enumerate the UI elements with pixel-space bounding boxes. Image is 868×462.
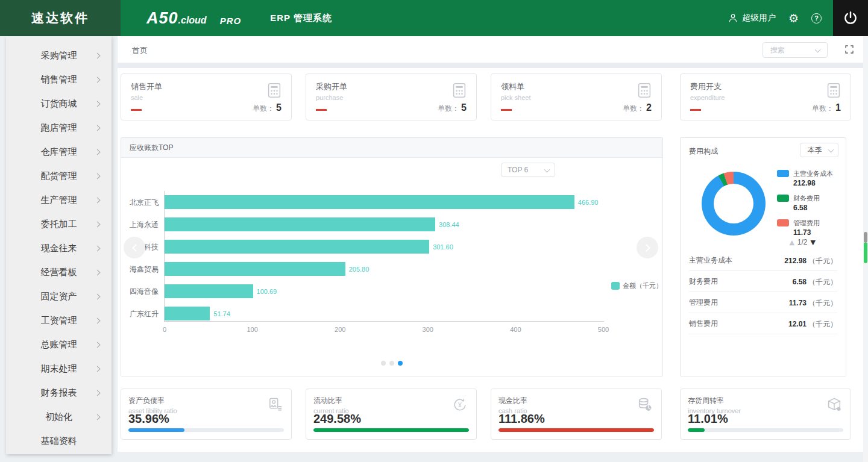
x-tick-label: 500 bbox=[598, 326, 609, 333]
period-select[interactable]: 本季 bbox=[800, 143, 838, 157]
expense-row: 管理费用 11.73（千元） bbox=[689, 292, 837, 313]
legend-value: 6.58 bbox=[793, 204, 820, 212]
bar-value-label: 301.60 bbox=[433, 243, 453, 251]
legend-swatch bbox=[611, 282, 620, 290]
sidebar-item[interactable]: 采购管理 bbox=[6, 43, 112, 67]
stat-card-pick-sheet[interactable]: 领料单 pick sheet 单数：2 bbox=[491, 73, 662, 120]
search-select[interactable]: 搜索 bbox=[763, 42, 828, 58]
breadcrumb-home[interactable]: 首页 bbox=[132, 45, 148, 56]
carousel-next-button[interactable] bbox=[637, 237, 658, 258]
scrollbar-thumb[interactable] bbox=[864, 232, 867, 243]
progress-fill bbox=[688, 428, 705, 432]
sidebar-item[interactable]: 基础资料 bbox=[6, 429, 112, 453]
chevron-right-icon bbox=[95, 76, 101, 83]
stat-count: 单数：5 bbox=[253, 102, 281, 114]
stat-title: 采购开单 bbox=[316, 81, 467, 92]
sidebar-item[interactable]: 固定资产 bbox=[6, 284, 112, 308]
sidebar-item[interactable]: 财务报表 bbox=[6, 381, 112, 405]
chevron-right-icon bbox=[95, 173, 101, 179]
sidebar-item[interactable]: 初始化 bbox=[6, 405, 112, 429]
sidebar-item[interactable]: 配货管理 bbox=[6, 164, 112, 188]
fullscreen-button[interactable] bbox=[844, 44, 855, 55]
sidebar-item-label: 经营看板 bbox=[41, 267, 77, 278]
ratio-title: 流动比率 bbox=[313, 396, 469, 406]
user-menu[interactable]: 超级用户 bbox=[728, 13, 776, 23]
legend-swatch bbox=[777, 219, 789, 226]
x-tick-label: 400 bbox=[510, 326, 521, 333]
stat-subtitle: expenditure bbox=[690, 94, 841, 101]
sidebar-item-label: 现金往来 bbox=[41, 243, 77, 254]
sidebar-item-label: 工资管理 bbox=[41, 315, 77, 326]
expense-rows: 主营业务成本 212.98（千元） 财务费用 6.58（千元） 管理费用 11.… bbox=[689, 250, 837, 334]
bar[interactable] bbox=[165, 284, 253, 298]
bar[interactable] bbox=[165, 195, 574, 209]
chart-legend[interactable]: 金额（千元） bbox=[611, 281, 662, 290]
legend-label: 管理费用 bbox=[793, 219, 820, 228]
bar[interactable] bbox=[165, 307, 210, 320]
brand-logo: 速达软件 bbox=[0, 0, 121, 36]
sidebar-item[interactable]: 工资管理 bbox=[6, 308, 112, 332]
donut-legend-item[interactable]: 管理费用 11.73 bbox=[777, 219, 833, 237]
legend-swatch bbox=[777, 195, 789, 202]
bar[interactable] bbox=[165, 240, 429, 254]
sidebar-item[interactable]: 经营看板 bbox=[6, 260, 112, 284]
chevron-right-icon bbox=[95, 293, 101, 299]
carousel-dot[interactable] bbox=[398, 361, 403, 366]
sidebar-item[interactable]: 销售管理 bbox=[6, 67, 112, 92]
sidebar-item[interactable]: 仓库管理 bbox=[6, 140, 112, 164]
stat-card-expenditure[interactable]: 费用开支 expenditure 单数：1 bbox=[680, 73, 851, 120]
bar-value-label: 308.44 bbox=[439, 221, 459, 228]
bar-category-label: 四海音像 bbox=[116, 286, 159, 296]
coins-icon bbox=[637, 396, 653, 413]
bar-chart: 北京正飞 466.90 上海永通 308.44 洪海科技 301.60 海鑫贸易… bbox=[165, 191, 603, 325]
stat-accent-dash bbox=[690, 109, 701, 111]
carousel-dot[interactable] bbox=[381, 361, 386, 366]
user-icon bbox=[728, 13, 738, 23]
donut-legend-item[interactable]: 财务费用 6.58 bbox=[777, 194, 833, 212]
period-value: 本季 bbox=[808, 146, 822, 154]
stat-count: 单数：5 bbox=[438, 102, 467, 114]
stat-count: 单数：1 bbox=[812, 102, 841, 114]
stat-card-sales[interactable]: 销售开单 sale 单数：5 bbox=[121, 73, 292, 120]
legend-label: 金额（千元） bbox=[623, 281, 662, 290]
top-n-value: TOP 6 bbox=[508, 166, 528, 174]
ratio-card-cash-ratio[interactable]: 现金比率 cash ratio 111.86% bbox=[491, 389, 662, 440]
ratio-value: 35.96% bbox=[128, 412, 169, 426]
top-n-select[interactable]: TOP 6 bbox=[501, 163, 555, 177]
help-icon[interactable]: ? bbox=[811, 13, 822, 23]
ratio-card-asset-liability[interactable]: 资产负债率 asset libility ratio 35.96% bbox=[121, 389, 292, 440]
progress-fill bbox=[498, 428, 654, 432]
logout-power-button[interactable] bbox=[833, 0, 868, 36]
sidebar-item[interactable]: 期末处理 bbox=[6, 357, 112, 381]
ratio-value: 11.01% bbox=[688, 412, 728, 426]
progress-track bbox=[498, 428, 654, 432]
sidebar-item[interactable]: 跑店管理 bbox=[6, 116, 112, 140]
chevron-right-icon bbox=[95, 149, 101, 155]
pager-up-icon[interactable]: ▲ bbox=[789, 239, 794, 246]
ratio-card-current-ratio[interactable]: 流动比率 current ratio ¥ 249.58% bbox=[306, 389, 477, 440]
sidebar-item[interactable]: 生产管理 bbox=[6, 188, 112, 212]
bar-category-label: 广东红升 bbox=[116, 308, 159, 319]
x-axis bbox=[164, 321, 604, 322]
settings-gear-icon[interactable]: ⚙ bbox=[788, 13, 799, 24]
app-root: 速达软件 A50 .cloud PRO ERP 管理系统 超级用户 ⚙ ? 采购… bbox=[0, 0, 868, 462]
carousel-prev-button[interactable] bbox=[124, 237, 145, 258]
pager-down-icon[interactable]: ▼ bbox=[811, 239, 816, 246]
main-content: 首页 搜索 销售开单 sale 单数：5 bbox=[118, 36, 863, 452]
ratio-card-inventory-turnover[interactable]: 存货周转率 inventory turnover 11.01% bbox=[680, 389, 851, 440]
search-placeholder: 搜索 bbox=[770, 46, 785, 54]
carousel-dot[interactable] bbox=[389, 361, 394, 366]
bar[interactable] bbox=[165, 262, 345, 276]
bar[interactable] bbox=[165, 217, 435, 231]
stat-card-purchase[interactable]: 采购开单 purchase 单数：5 bbox=[306, 73, 477, 120]
sidebar-item[interactable]: 委托加工 bbox=[6, 212, 112, 236]
sidebar-item[interactable]: 订货商城 bbox=[6, 92, 112, 116]
calculator-icon bbox=[635, 81, 653, 99]
section-divider bbox=[118, 63, 863, 68]
expense-donut-chart bbox=[702, 172, 766, 236]
sidebar-item-label: 订货商城 bbox=[41, 98, 77, 110]
sidebar-item[interactable]: 总账管理 bbox=[6, 332, 112, 357]
chevron-right-icon bbox=[95, 317, 101, 323]
sidebar-item[interactable]: 现金往来 bbox=[6, 236, 112, 260]
donut-legend-item[interactable]: 主营业务成本 212.98 bbox=[777, 169, 833, 187]
